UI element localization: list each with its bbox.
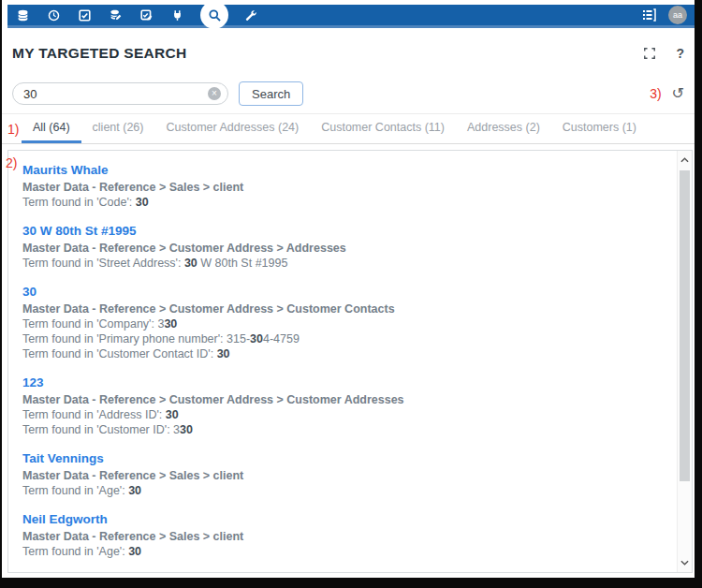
annotation-step-1: 1): [7, 122, 19, 137]
result-path: Master Data - Reference > Customer Addre…: [22, 392, 677, 407]
tab[interactable]: All (64): [22, 115, 81, 143]
search-result-item: 30 W 80th St #1995 Master Data - Referen…: [22, 222, 677, 271]
term-match: 30: [180, 423, 193, 436]
tab[interactable]: Addresses (2): [456, 115, 551, 143]
search-button[interactable]: Search: [239, 81, 303, 106]
search-result-item: 30 Master Data - Reference > Customer Ad…: [22, 283, 677, 361]
tab[interactable]: Customers (1): [551, 115, 648, 143]
term-match: 30: [128, 545, 141, 558]
term-match: 30: [128, 484, 141, 497]
screenshot-frame-left: [0, 0, 2, 588]
result-path: Master Data - Reference > Sales > client: [22, 468, 677, 483]
search-result-item: Sianna Alston Master Data - Reference > …: [22, 571, 677, 572]
result-title-link[interactable]: 30: [22, 285, 37, 299]
term-found-line: Term found in 'Age': 30: [22, 544, 677, 559]
term-found-line: Term found in 'Address ID': 30: [22, 407, 677, 422]
search-result-item: Neil Edgworth Master Data - Reference > …: [22, 510, 677, 559]
form-list-icon[interactable]: [641, 7, 656, 22]
search-box: ×: [12, 82, 228, 105]
scrollbar-up-button[interactable]: [678, 154, 692, 167]
result-title-link[interactable]: Maurits Whale: [22, 163, 109, 177]
result-terms: Term found in 'Code': 30: [22, 195, 677, 210]
term-prefix: Term found in 'Company': 3: [22, 317, 164, 331]
clear-icon[interactable]: ×: [208, 87, 221, 100]
tab-label: Addresses (2): [467, 121, 540, 134]
screenshot-frame-bottom: [0, 578, 702, 588]
term-suffix: 4-4759: [263, 332, 300, 345]
top-toolbar: aa: [7, 5, 695, 28]
results-panel: Maurits Whale Master Data - Reference > …: [7, 150, 693, 573]
search-result-item: Maurits Whale Master Data - Reference > …: [22, 161, 677, 210]
tab-label: Customer Addresses (24): [166, 121, 299, 134]
scrollbar-thumb[interactable]: [680, 170, 690, 481]
term-match: 30: [136, 196, 149, 209]
result-terms: Term found in 'Age': 30: [22, 544, 677, 559]
term-found-line: Term found in 'Primary phone number': 31…: [22, 331, 677, 346]
checkbox-check-icon[interactable]: [79, 9, 91, 22]
search-icon[interactable]: [200, 1, 228, 29]
page-header: MY TARGETED SEARCH ?: [2, 37, 695, 69]
help-icon[interactable]: ?: [676, 46, 684, 61]
term-match: 30: [166, 408, 179, 421]
toolbar-icon-group: [7, 5, 257, 25]
result-path: Master Data - Reference > Sales > client: [22, 529, 677, 544]
tabs-bar: All (64) client (26) Customer Addresses …: [2, 114, 695, 144]
tab[interactable]: Customer Addresses (24): [154, 115, 310, 143]
toolbar-right-group: aa: [641, 6, 695, 24]
app-window: aa MY TARGETED SEARCH ? × Search 3) ↺ 1)…: [2, 0, 695, 578]
clock-icon[interactable]: [48, 9, 60, 22]
screenshot-frame-right: [695, 0, 702, 588]
result-title-link[interactable]: Neil Edgworth: [22, 512, 108, 526]
term-match: 30: [164, 317, 177, 331]
tab[interactable]: client (26): [81, 115, 155, 143]
tab-label: All (64): [33, 121, 70, 134]
term-prefix: Term found in 'Code':: [22, 196, 136, 209]
search-result-item: 123 Master Data - Reference > Customer A…: [22, 374, 677, 437]
result-title-link[interactable]: Tait Vennings: [22, 451, 104, 465]
tab-label: Customer Contacts (11): [321, 121, 445, 134]
term-found-line: Term found in 'Customer ID': 330: [22, 422, 677, 437]
term-prefix: Term found in 'Street Address':: [22, 257, 184, 270]
term-prefix: Term found in 'Customer Contact ID':: [22, 347, 217, 360]
wrench-icon[interactable]: [245, 9, 257, 22]
search-bar: × Search 3) ↺: [2, 74, 695, 114]
database-icon[interactable]: [17, 9, 29, 22]
result-terms: Term found in 'Address ID': 30 Term foun…: [22, 407, 677, 437]
result-terms: Term found in 'Street Address': 30 W 80t…: [22, 256, 677, 271]
term-found-line: Term found in 'Customer Contact ID': 30: [22, 346, 677, 361]
result-terms: Term found in 'Age': 30: [22, 483, 677, 498]
term-match: 30: [250, 332, 263, 345]
term-found-line: Term found in 'Street Address': 30 W 80t…: [22, 256, 677, 271]
term-found-line: Term found in 'Code': 30: [22, 195, 677, 210]
search-right-group: 3) ↺: [650, 86, 684, 101]
tab-label: Customers (1): [563, 121, 636, 134]
result-title-link[interactable]: 123: [22, 375, 44, 390]
checkbox-edit-icon[interactable]: [140, 9, 153, 22]
term-match: 30: [217, 347, 230, 360]
result-title-link[interactable]: 30 W 80th St #1995: [22, 224, 137, 238]
term-prefix: Term found in 'Age':: [22, 484, 128, 497]
fullscreen-icon[interactable]: [643, 47, 656, 60]
database-edit-icon[interactable]: [110, 9, 122, 22]
scrollbar-down-button[interactable]: [678, 556, 692, 569]
avatar[interactable]: aa: [668, 6, 687, 24]
search-result-item: Tait Vennings Master Data - Reference > …: [22, 449, 677, 498]
result-path: Master Data - Reference > Customer Addre…: [22, 301, 677, 316]
history-reset-icon[interactable]: ↺: [672, 86, 684, 101]
tab[interactable]: Customer Contacts (11): [310, 115, 456, 143]
annotation-step-3: 3): [650, 86, 661, 101]
tab-label: client (26): [93, 121, 144, 134]
annotation-step-2: 2): [6, 155, 17, 170]
term-found-line: Term found in 'Company': 330: [22, 316, 677, 331]
vertical-scrollbar[interactable]: [677, 151, 692, 572]
result-path: Master Data - Reference > Customer Addre…: [22, 241, 677, 256]
plug-icon[interactable]: [171, 9, 183, 22]
term-found-line: Term found in 'Age': 30: [22, 483, 677, 498]
term-prefix: Term found in 'Customer ID': 3: [22, 423, 180, 436]
search-input[interactable]: [12, 82, 228, 105]
term-prefix: Term found in 'Age':: [22, 545, 128, 558]
page-title: MY TARGETED SEARCH: [12, 45, 187, 62]
header-actions: ?: [643, 46, 684, 61]
term-suffix: W 80th St #1995: [197, 257, 288, 270]
result-terms: Term found in 'Company': 330 Term found …: [22, 316, 677, 361]
